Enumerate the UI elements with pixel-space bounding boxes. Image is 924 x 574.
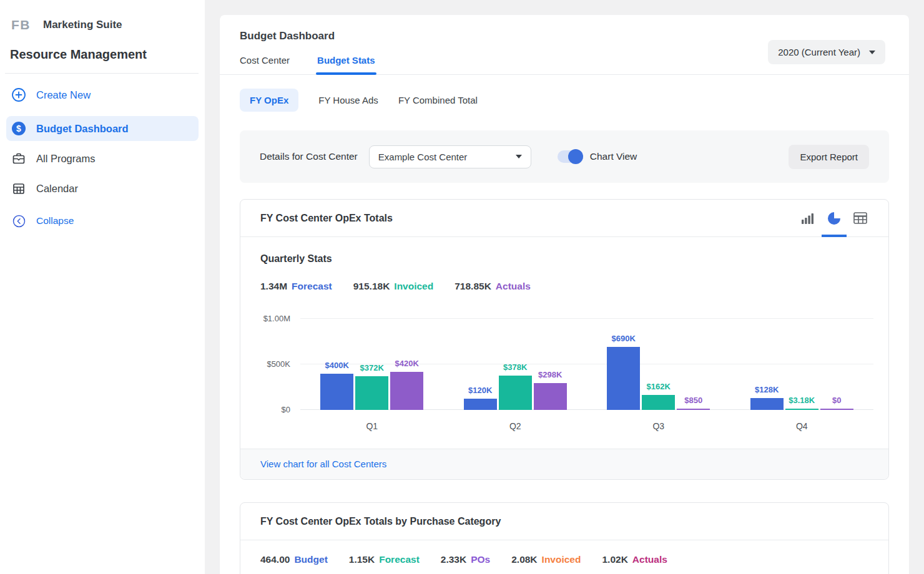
bar-group-q2: $120K$378K$298K: [444, 318, 587, 410]
bar-value-label: $120K: [468, 386, 492, 395]
x-axis: Q1Q2Q3Q4: [300, 410, 873, 431]
collapse-button[interactable]: Collapse: [6, 208, 199, 233]
bar-invoiced-q1: $372K: [355, 376, 388, 410]
year-selector-value: 2020 (Current Year): [778, 47, 860, 57]
year-selector[interactable]: 2020 (Current Year): [768, 40, 885, 64]
stat-label: Forecast: [292, 281, 332, 292]
bar-invoiced-q2: $378K: [499, 376, 532, 410]
pie-chart-icon[interactable]: [821, 200, 847, 236]
stat-actuals: 718.85KActuals: [455, 281, 531, 292]
bar-value-label: $3.18K: [789, 396, 815, 405]
bar-chart-icon[interactable]: [795, 200, 821, 236]
x-axis-label: Q4: [730, 421, 874, 431]
opex-card-body: Quarterly Stats 1.34MForecast915.18KInvo…: [240, 237, 888, 449]
subtab-bar: FY OpEx FY House Ads FY Combined Total: [240, 89, 889, 112]
stat-label: POs: [471, 554, 490, 565]
bar-actuals-q2: $298K: [534, 383, 567, 411]
category-card-header: FY Cost Center OpEx Totals by Purchase C…: [240, 503, 888, 540]
bar-forecast-q3: $690K: [607, 347, 640, 410]
opex-card-header: FY Cost Center OpEx Totals: [240, 200, 888, 237]
stat-value: 915.18K: [353, 281, 390, 292]
bar-value-label: $690K: [612, 334, 636, 343]
create-new-label: Create New: [36, 89, 91, 101]
fb-logo: FB: [11, 17, 31, 32]
bar-group-q4: $128K$3.18K$0: [730, 318, 874, 410]
bar-value-label: $128K: [755, 385, 779, 394]
category-card-title: FY Cost Center OpEx Totals by Purchase C…: [260, 516, 501, 527]
details-label: Details for Cost Center: [260, 151, 358, 162]
stat-value: 2.33K: [441, 554, 466, 565]
stat-pos: 2.33KPOs: [441, 554, 490, 565]
sidebar-item-all-programs[interactable]: All Programs: [6, 146, 199, 171]
bar-invoiced-q3: $162K: [642, 395, 675, 410]
stat-forecast: 1.34MForecast: [260, 281, 332, 292]
bar-forecast-q2: $120K: [464, 399, 497, 410]
view-mode-switcher: [795, 200, 873, 236]
bar-value-label: $372K: [360, 363, 384, 372]
bar-groups: $400K$372K$420K$120K$378K$298K$690K$162K…: [300, 318, 873, 410]
sidebar-nav: Create New $ Budget Dashboard All Progra…: [0, 82, 205, 233]
create-new-button[interactable]: Create New: [6, 82, 199, 107]
sidebar-item-calendar[interactable]: Calendar: [6, 176, 199, 201]
export-report-button[interactable]: Export Report: [789, 145, 869, 169]
x-axis-label: Q3: [587, 421, 730, 431]
bar-value-label: $400K: [325, 361, 349, 370]
table-icon[interactable]: [847, 200, 873, 236]
subtab-fy-house-ads[interactable]: FY House Ads: [318, 89, 378, 112]
calendar-icon: [11, 181, 26, 196]
cost-center-select[interactable]: Example Cost Center: [369, 145, 531, 168]
bar-invoiced-q4: $3.18K: [785, 409, 818, 410]
stat-value: 1.02K: [602, 554, 627, 565]
stat-budget: 464.00Budget: [260, 554, 328, 565]
stat-label: Actuals: [632, 554, 667, 565]
bar-group-q1: $400K$372K$420K: [300, 318, 444, 410]
bar-value-label: $420K: [395, 359, 419, 368]
stat-forecast: 1.15KForecast: [349, 554, 420, 565]
bar-actuals-q3: $850: [677, 409, 710, 410]
chart-view-label: Chart View: [590, 151, 637, 162]
plus-circle-icon: [11, 87, 26, 102]
tab-budget-stats[interactable]: Budget Stats: [317, 55, 375, 74]
bar-forecast-q4: $128K: [750, 398, 784, 410]
sidebar-divider: [5, 73, 199, 74]
stat-label: Invoiced: [394, 281, 433, 292]
x-axis-label: Q2: [444, 421, 587, 431]
bar-value-label: $298K: [538, 370, 562, 379]
y-axis-tick: $1.00M: [250, 314, 290, 323]
bar-value-label: $0: [832, 396, 841, 405]
stat-label: Actuals: [496, 281, 531, 292]
cost-center-select-value: Example Cost Center: [378, 152, 468, 162]
control-bar: Details for Cost Center Example Cost Cen…: [240, 130, 889, 183]
category-stats-row: 464.00Budget1.15KForecast2.33KPOs2.08KIn…: [260, 554, 873, 565]
subtab-fy-opex[interactable]: FY OpEx: [240, 89, 298, 112]
opex-card-footer: View chart for all Cost Centers: [240, 449, 888, 479]
bar-forecast-q1: $400K: [320, 374, 353, 410]
stat-value: 2.08K: [511, 554, 537, 565]
bar-actuals-q4: $0: [820, 409, 853, 410]
view-all-cost-centers-link[interactable]: View chart for all Cost Centers: [260, 459, 386, 469]
sidebar: FB Marketing Suite Resource Management C…: [0, 0, 205, 574]
subtab-fy-combined-total[interactable]: FY Combined Total: [398, 89, 478, 112]
sidebar-item-label: All Programs: [36, 153, 95, 165]
category-card-body: 464.00Budget1.15KForecast2.33KPOs2.08KIn…: [240, 540, 888, 574]
app-name: Marketing Suite: [43, 19, 122, 31]
stat-value: 464.00: [260, 554, 290, 565]
sidebar-item-label: Calendar: [36, 183, 78, 195]
stat-value: 1.15K: [349, 554, 375, 565]
stat-label: Budget: [294, 554, 327, 565]
chevron-left-circle-icon: [11, 213, 26, 228]
chart-plot-area: $1.00M$500K$0$400K$372K$420K$120K$378K$2…: [300, 318, 873, 410]
stat-invoiced: 915.18KInvoiced: [353, 281, 434, 292]
quarterly-bar-chart: $1.00M$500K$0$400K$372K$420K$120K$378K$2…: [260, 318, 873, 431]
tab-cost-center[interactable]: Cost Center: [240, 55, 290, 74]
content-area: FY OpEx FY House Ads FY Combined Total D…: [220, 75, 909, 574]
quarterly-stats-row: 1.34MForecast915.18KInvoiced718.85KActua…: [260, 281, 873, 292]
bar-group-q3: $690K$162K$850: [587, 318, 730, 410]
sidebar-item-budget-dashboard[interactable]: $ Budget Dashboard: [6, 116, 199, 141]
chart-view-toggle[interactable]: [558, 150, 581, 163]
bar-actuals-q1: $420K: [390, 372, 423, 410]
opex-totals-card: FY Cost Center OpEx Totals Quarterly Sta…: [240, 199, 889, 480]
logo-row: FB Marketing Suite: [0, 0, 205, 32]
stat-actuals: 1.02KActuals: [602, 554, 667, 565]
bar-value-label: $850: [684, 396, 702, 405]
